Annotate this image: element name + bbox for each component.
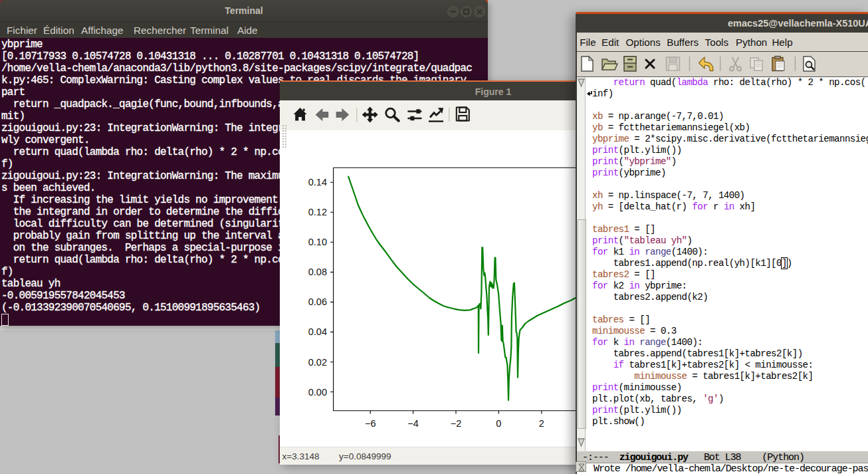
svg-text:0.04: 0.04 [308, 326, 327, 337]
svg-text:2: 2 [539, 418, 544, 429]
svg-text:0.12: 0.12 [308, 207, 327, 217]
svg-text:0.02: 0.02 [308, 357, 327, 368]
svg-text:0.08: 0.08 [308, 267, 327, 277]
svg-text:0: 0 [496, 418, 501, 429]
svg-text:0.06: 0.06 [308, 296, 327, 307]
svg-text:−6: −6 [365, 418, 376, 429]
svg-text:0.10: 0.10 [308, 237, 327, 247]
svg-text:0.00: 0.00 [308, 387, 327, 398]
svg-text:−2: −2 [451, 418, 462, 429]
svg-text:−4: −4 [407, 418, 419, 429]
svg-text:0.14: 0.14 [308, 177, 327, 187]
